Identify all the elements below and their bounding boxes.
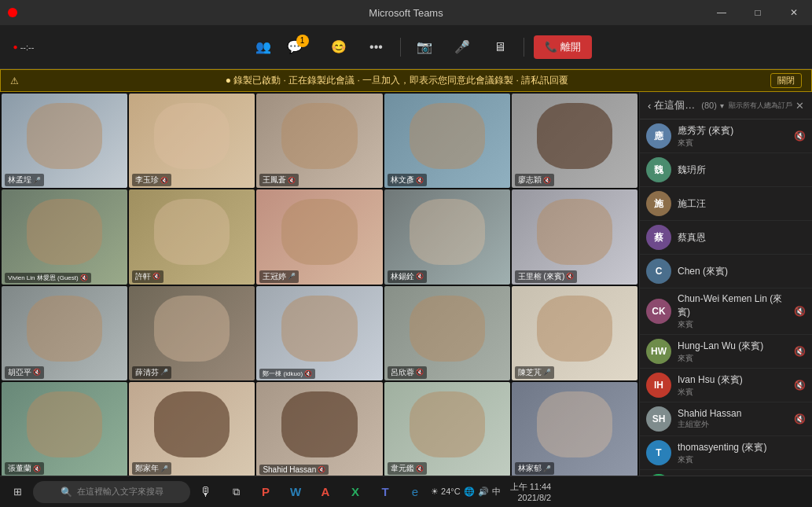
mic-status-icon: 🎤	[160, 369, 168, 376]
mic-status-icon: 🔇	[160, 177, 168, 184]
participant-label: 呂欣蓉	[391, 367, 414, 378]
chat-button[interactable]: 💬 1	[287, 33, 315, 61]
notification-bar: ⚠ ● 錄製已啟動 · 正在錄製此會議 · 一旦加入，即表示您同意此會議錄製 ·…	[0, 69, 812, 92]
participant-info: 蔡真恩	[678, 231, 799, 244]
avatar: T	[646, 440, 671, 465]
sidebar-participant-item[interactable]: CK Chun-Wei Kemen Lin (來賓) 來賓 🔇	[640, 288, 812, 335]
edge-taskbar-icon[interactable]: e	[401, 478, 429, 506]
participant-label: 林錫銓	[391, 271, 414, 282]
participant-name-tag: 林家郁 🎤	[515, 462, 554, 475]
video-cell: 張董蘭 🔇	[2, 382, 127, 476]
start-button[interactable]: ⊞	[3, 478, 31, 506]
date-display: 2021/8/2	[510, 493, 552, 502]
video-cell: 呂欣蓉 🔇	[384, 286, 510, 380]
reaction-button[interactable]: 😊	[325, 33, 353, 61]
video-cell: 林文彥 🔇	[384, 94, 510, 188]
search-bar-container[interactable]: 🔍 在這裡輸入文字來搜尋	[33, 481, 190, 503]
avatar: SH	[646, 406, 671, 432]
participant-name-tag: 王里榕 (來賓) 🔇	[515, 270, 577, 283]
participant-role: 來賓	[678, 454, 799, 465]
participant-name: 蔡真恩	[678, 231, 799, 244]
close-button[interactable]: ✕	[776, 0, 812, 25]
participants-list: 應 應秀芳 (來賓) 來賓 🔇 魏 魏玬所 施 施工汪 蔡 蔡真恩	[640, 119, 812, 478]
toolbar-center: 👥 💬 1 😊 ••• 📷 🎤 🖥 📞 離開	[249, 33, 592, 61]
participant-label: 陳芝芃	[518, 367, 542, 378]
participant-name-tag: 林錫銓 🔇	[388, 270, 427, 283]
screen-share-button[interactable]: 🖥	[486, 33, 514, 61]
muted-icon: 🔇	[794, 380, 806, 391]
video-cell: 林家郁 🎤	[512, 382, 637, 476]
search-placeholder: 在這裡輸入文字來搜尋	[77, 486, 164, 498]
participant-name: 施工汪	[678, 197, 799, 211]
window-title: Microsoft Teams	[369, 7, 443, 19]
close-sidebar-button[interactable]: ✕	[795, 100, 804, 112]
participant-info: Hung-Lan Wu (來賓) 來賓	[678, 340, 788, 364]
participant-label: 薛清芬	[135, 367, 159, 378]
title-bar: Microsoft Teams — □ ✕	[0, 0, 812, 25]
participant-role: 來賓	[678, 138, 788, 149]
sidebar-participant-item[interactable]: HW Hung-Lan Wu (來賓) 來賓 🔇	[640, 335, 812, 369]
participant-label: 許軒	[135, 271, 151, 282]
mic-button[interactable]: 🎤	[448, 33, 476, 61]
sidebar-participant-item[interactable]: 施 施工汪	[640, 187, 812, 221]
participant-name-tag: 張董蘭 🔇	[5, 462, 44, 475]
mic-status-icon: 🎤	[288, 273, 296, 280]
network-icon: 🌐	[464, 487, 475, 497]
sidebar-participant-item[interactable]: 魏 魏玬所	[640, 153, 812, 187]
video-cell: Vivien Lin 林愛恩 (Guest) 🔇	[2, 189, 127, 284]
participant-info: 魏玬所	[678, 163, 799, 177]
minimize-button[interactable]: —	[704, 0, 740, 25]
more-options-button[interactable]: •••	[362, 33, 391, 61]
participant-name: thomasyenting (來賓)	[678, 441, 799, 454]
participant-label: 韋元鑑	[391, 463, 414, 474]
participant-info: 應秀芳 (來賓) 來賓	[678, 124, 788, 149]
participants-panel: ‹ 在這個… (80) ▾ 顯示所有人總為訂戶 ✕ 應 應秀芳 (來賓) 來賓 …	[639, 92, 812, 478]
mic-status-icon: 🔇	[33, 369, 41, 376]
participant-name-tag: 林孟埕 🎤	[5, 174, 44, 186]
mic-status-icon: 🔇	[318, 466, 325, 473]
dropdown-icon[interactable]: ▾	[720, 101, 724, 110]
participant-name-tag: 許軒 🔇	[132, 270, 164, 283]
input-method[interactable]: 中	[492, 486, 501, 498]
video-cell: 李玉珍 🔇	[129, 94, 255, 188]
video-cell: 林孟埕 🎤	[2, 94, 127, 188]
video-cell: 林錫銓 🔇	[384, 189, 510, 284]
camera-button[interactable]: 📷	[410, 33, 439, 61]
sidebar-participant-item[interactable]: SH Shahid Hassan 主組室外 🔇	[640, 402, 812, 436]
sidebar-participant-item[interactable]: T thomasyenting (來賓) 來賓	[640, 436, 812, 470]
participant-name-tag: 陳芝芃 🎤	[515, 366, 554, 379]
sidebar-participant-item[interactable]: 蔡 蔡真恩	[640, 221, 812, 255]
excel-taskbar-icon[interactable]: X	[341, 478, 369, 506]
participant-info: Chun-Wei Kemen Lin (來賓) 來賓	[678, 292, 788, 330]
participants-button[interactable]: 👥	[249, 33, 277, 61]
toolbar: ● --:-- 👥 💬 1 😊 ••• 📷 🎤 🖥 📞 離開	[0, 25, 812, 69]
participant-label: 鄭一棟 (idkuo)	[263, 369, 303, 378]
acrobat-taskbar-icon[interactable]: A	[311, 478, 340, 506]
mic-status-icon: 🔇	[304, 370, 312, 377]
word-taskbar-icon[interactable]: W	[281, 478, 310, 506]
mic-status-icon: 🔇	[80, 274, 88, 281]
close-notification-button[interactable]: 關閉	[770, 73, 802, 88]
sidebar-participant-item[interactable]: C Chen (來賓)	[640, 255, 812, 288]
back-icon[interactable]: ‹	[648, 100, 651, 112]
video-cell: 鄭一棟 (idkuo) 🔇	[256, 286, 382, 380]
participant-label: Shahid Hassan	[263, 465, 316, 474]
participant-name-tag: 胡亞平 🔇	[5, 366, 44, 379]
participant-label: 廖志穎	[518, 175, 542, 186]
sidebar-subtext: 顯示所有人總為訂戶	[729, 101, 792, 111]
powerpoint-taskbar-icon[interactable]: P	[252, 478, 280, 506]
video-cell: 胡亞平 🔇	[2, 286, 127, 380]
cortana-button[interactable]: 🎙	[192, 478, 220, 506]
task-view-button[interactable]: ⧉	[222, 478, 250, 506]
participant-info: Shahid Hassan 主組室外	[678, 408, 788, 430]
participant-name: Shahid Hassan	[678, 408, 788, 419]
end-call-button[interactable]: 📞 離開	[534, 35, 592, 59]
participant-label: 林家郁	[518, 463, 542, 474]
sidebar-participant-item[interactable]: 應 應秀芳 (來賓) 來賓 🔇	[640, 119, 812, 153]
maximize-button[interactable]: □	[740, 0, 776, 25]
teams-taskbar-icon[interactable]: T	[371, 478, 399, 506]
chat-badge: 1	[296, 35, 309, 47]
weather-display: ☀ 24°C	[431, 487, 461, 497]
participant-label: 林文彥	[391, 175, 414, 186]
sidebar-participant-item[interactable]: IH Ivan Hsu (來賓) 米賓 🔇	[640, 369, 812, 402]
